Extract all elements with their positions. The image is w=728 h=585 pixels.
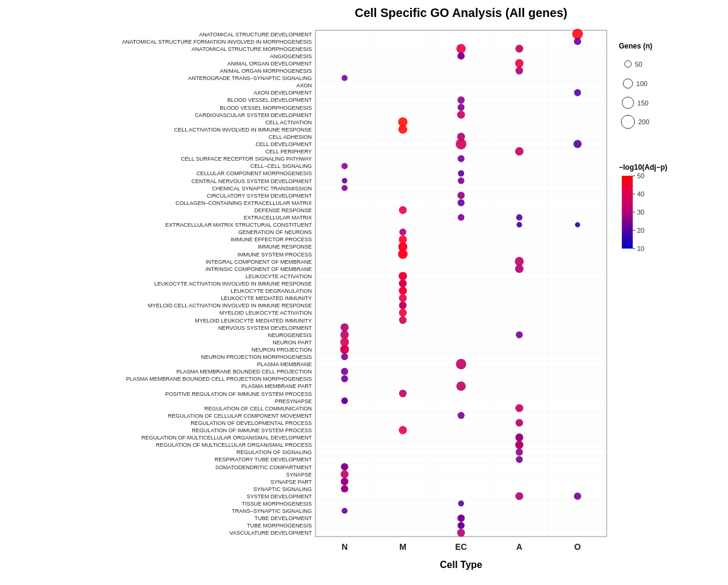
svg-point-190 bbox=[399, 272, 406, 280]
scatter-plot: Cell Specific GO Analysis (All genes)ANA… bbox=[0, 0, 728, 585]
svg-text:SYNAPTIC SIGNALING: SYNAPTIC SIGNALING bbox=[253, 486, 312, 492]
svg-text:CELLULAR COMPONENT MORPHOGENES: CELLULAR COMPONENT MORPHOGENESIS bbox=[197, 170, 312, 176]
svg-point-213 bbox=[342, 398, 348, 404]
svg-text:CELL DEVELOPMENT: CELL DEVELOPMENT bbox=[255, 141, 312, 147]
svg-point-216 bbox=[516, 419, 524, 427]
svg-point-171 bbox=[342, 178, 347, 183]
svg-text:CHEMICAL SYNAPTIC TRANSMISSION: CHEMICAL SYNAPTIC TRANSMISSION bbox=[212, 186, 312, 192]
svg-text:NEURON PROJECTION: NEURON PROJECTION bbox=[251, 347, 312, 353]
svg-point-195 bbox=[399, 294, 406, 302]
svg-text:NEURON PART: NEURON PART bbox=[272, 339, 312, 346]
svg-text:20: 20 bbox=[637, 227, 644, 234]
svg-text:INTEGRAL COMPONENT OF MEMBRANE: INTEGRAL COMPONENT OF MEMBRANE bbox=[206, 259, 312, 265]
svg-text:LEUKOCYTE DEGRANULATION: LEUKOCYTE DEGRANULATION bbox=[231, 288, 312, 294]
svg-text:40: 40 bbox=[637, 190, 644, 198]
svg-point-179 bbox=[516, 222, 522, 227]
svg-text:MYELOID LEUKOCYTE ACTIVATION: MYELOID LEUKOCYTE ACTIVATION bbox=[220, 310, 312, 316]
svg-text:150: 150 bbox=[638, 99, 649, 107]
svg-text:REGULATION OF MULTICELLULAR OR: REGULATION OF MULTICELLULAR ORGANISMAL P… bbox=[156, 442, 312, 448]
svg-point-157 bbox=[342, 75, 348, 81]
svg-point-226 bbox=[342, 464, 348, 470]
chart-container: Cell Specific GO Analysis (All genes)ANA… bbox=[0, 0, 728, 585]
svg-text:POSITIVE REGULATION OF IMMUNE : POSITIVE REGULATION OF IMMUNE SYSTEM PRO… bbox=[165, 391, 312, 397]
svg-point-242 bbox=[625, 61, 632, 67]
svg-text:REGULATION OF CELLULAR COMPONE: REGULATION OF CELLULAR COMPONENT MOVEMEN… bbox=[168, 413, 312, 419]
svg-point-234 bbox=[458, 501, 464, 507]
svg-point-173 bbox=[342, 185, 348, 191]
svg-point-239 bbox=[458, 522, 465, 529]
svg-text:VASCULATURE DEVELOPMENT: VASCULATURE DEVELOPMENT bbox=[229, 530, 312, 536]
svg-text:COLLAGEN–CONTAINING EXTRACELLU: COLLAGEN–CONTAINING EXTRACELLULAR MATRIX bbox=[175, 200, 312, 206]
svg-text:ANATOMICAL STRUCTURE FORMATION: ANATOMICAL STRUCTURE FORMATION INVOLVED … bbox=[122, 39, 312, 45]
svg-point-221 bbox=[515, 441, 523, 449]
svg-text:TISSUE MORPHOGENESIS: TISSUE MORPHOGENESIS bbox=[241, 501, 312, 507]
svg-text:100: 100 bbox=[636, 80, 647, 87]
svg-point-208 bbox=[341, 368, 348, 375]
svg-text:SYNAPSE PART: SYNAPSE PART bbox=[271, 479, 312, 485]
svg-text:Cell Type: Cell Type bbox=[440, 560, 482, 570]
svg-point-166 bbox=[573, 140, 581, 148]
svg-text:CELL ACTIVATION INVOLVED IN IM: CELL ACTIVATION INVOLVED IN IMMUNE RESPO… bbox=[174, 127, 312, 133]
svg-text:Genes (n): Genes (n) bbox=[619, 42, 652, 50]
svg-text:LEUKOCYTE MEDIATED IMMUNITY: LEUKOCYTE MEDIATED IMMUNITY bbox=[221, 295, 312, 301]
svg-point-214 bbox=[515, 404, 523, 412]
svg-text:MYELOID LEUKOCYTE MEDIATED IMM: MYELOID LEUKOCYTE MEDIATED IMMUNITY bbox=[195, 318, 312, 324]
svg-point-170 bbox=[458, 170, 464, 176]
svg-point-155 bbox=[515, 59, 524, 67]
svg-point-205 bbox=[340, 345, 349, 353]
svg-text:ANIMAL ORGAN MORPHOGENESIS: ANIMAL ORGAN MORPHOGENESIS bbox=[220, 68, 312, 74]
svg-text:CELL–CELL SIGNALING: CELL–CELL SIGNALING bbox=[251, 163, 312, 169]
svg-text:BLOOD VESSEL MORPHOGENESIS: BLOOD VESSEL MORPHOGENESIS bbox=[220, 105, 312, 111]
svg-text:TRANS–SYNAPTIC SIGNALING: TRANS–SYNAPTIC SIGNALING bbox=[232, 508, 312, 514]
svg-point-169 bbox=[342, 163, 348, 169]
svg-point-198 bbox=[399, 309, 406, 316]
svg-text:CENTRAL NERVOUS SYSTEM DEVELOP: CENTRAL NERVOUS SYSTEM DEVELOPMENT bbox=[191, 178, 312, 184]
svg-text:REGULATION OF DEVELOPMENTAL PR: REGULATION OF DEVELOPMENTAL PROCESS bbox=[190, 420, 312, 426]
svg-text:REGULATION OF IMMUNE SYSTEM PR: REGULATION OF IMMUNE SYSTEM PROCESS bbox=[192, 427, 312, 433]
svg-text:CELL ADHESION: CELL ADHESION bbox=[269, 134, 312, 140]
svg-point-176 bbox=[399, 206, 406, 214]
svg-point-207 bbox=[456, 359, 466, 369]
svg-point-248 bbox=[621, 115, 635, 129]
svg-point-168 bbox=[457, 155, 465, 162]
svg-text:AXON DEVELOPMENT: AXON DEVELOPMENT bbox=[254, 90, 312, 96]
svg-point-199 bbox=[399, 316, 407, 324]
svg-text:CELL PERIPHERY: CELL PERIPHERY bbox=[265, 149, 312, 155]
svg-text:ANIMAL ORGAN DEVELOPMENT: ANIMAL ORGAN DEVELOPMENT bbox=[228, 61, 312, 67]
svg-text:50: 50 bbox=[635, 61, 642, 68]
svg-point-223 bbox=[516, 456, 523, 463]
svg-text:IMMUNE EFFECTOR PROCESS: IMMUNE EFFECTOR PROCESS bbox=[231, 236, 312, 242]
svg-text:CELL ACTIVATION: CELL ACTIVATION bbox=[265, 119, 312, 125]
svg-text:Cell Specific GO Analysis (All: Cell Specific GO Analysis (All genes) bbox=[355, 6, 567, 19]
svg-rect-251 bbox=[622, 176, 633, 249]
svg-point-209 bbox=[341, 375, 348, 383]
svg-text:SOMATODENDRITIC COMPARTMENT: SOMATODENDRITIC COMPARTMENT bbox=[215, 464, 312, 470]
svg-text:CELL SURFACE RECEPTOR SIGNALIN: CELL SURFACE RECEPTOR SIGNALING PATHWAY bbox=[181, 156, 312, 162]
svg-point-150 bbox=[574, 38, 581, 45]
svg-text:DEFENSE RESPONSE: DEFENSE RESPONSE bbox=[254, 207, 312, 213]
svg-point-227 bbox=[340, 470, 348, 478]
svg-point-188 bbox=[515, 264, 524, 273]
svg-text:200: 200 bbox=[638, 118, 649, 125]
svg-text:50: 50 bbox=[637, 172, 644, 179]
svg-text:EXTRACELLULAR MATRIX STRUCTURA: EXTRACELLULAR MATRIX STRUCTURAL CONSTITU… bbox=[165, 222, 312, 228]
svg-text:NEUROGENESIS: NEUROGENESIS bbox=[268, 332, 312, 338]
svg-text:SYNAPSE: SYNAPSE bbox=[286, 472, 312, 478]
svg-point-160 bbox=[457, 104, 465, 111]
svg-point-197 bbox=[399, 302, 406, 309]
svg-text:ANGIOGENESIS: ANGIOGENESIS bbox=[270, 53, 312, 59]
svg-point-175 bbox=[457, 199, 465, 207]
svg-text:LEUKOCYTE ACTIVATION INVOLVED : LEUKOCYTE ACTIVATION INVOLVED IN IMMUNE … bbox=[154, 281, 312, 287]
svg-point-192 bbox=[399, 279, 407, 287]
svg-point-178 bbox=[516, 214, 522, 220]
svg-point-172 bbox=[458, 178, 465, 184]
svg-text:REGULATION OF SIGNALING: REGULATION OF SIGNALING bbox=[237, 449, 312, 455]
svg-text:SYSTEM DEVELOPMENT: SYSTEM DEVELOPMENT bbox=[246, 493, 312, 500]
svg-point-167 bbox=[515, 147, 524, 156]
svg-point-161 bbox=[457, 111, 465, 119]
svg-point-180 bbox=[575, 222, 581, 227]
svg-point-215 bbox=[457, 412, 465, 420]
svg-text:GENERATION OF NEURONS: GENERATION OF NEURONS bbox=[238, 229, 312, 235]
svg-point-177 bbox=[458, 214, 465, 221]
svg-point-194 bbox=[399, 287, 407, 295]
